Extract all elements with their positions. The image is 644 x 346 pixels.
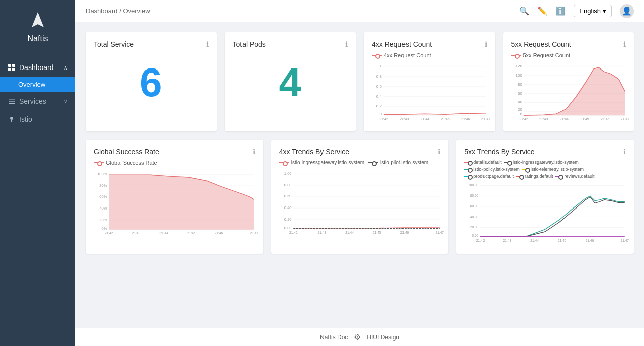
global-success-chart: 100% 80% 60% 40% 20% 0% — [94, 169, 255, 237]
total-pods-info-icon[interactable]: ℹ — [345, 40, 348, 48]
svg-text:20: 20 — [518, 107, 522, 112]
svg-text:100%: 100% — [97, 172, 107, 176]
language-label: English — [579, 7, 601, 15]
sidebar-item-istio[interactable]: Istio — [0, 110, 75, 128]
svg-text:21:45: 21:45 — [441, 117, 450, 121]
svg-text:21:45: 21:45 — [187, 231, 196, 235]
trends-5xx-dot5 — [464, 176, 471, 177]
footer-doc[interactable]: Naftis Doc — [320, 334, 348, 341]
svg-text:21:46: 21:46 — [461, 117, 470, 121]
grid-icon — [8, 64, 15, 71]
istio-label: Istio — [19, 115, 32, 123]
services-chevron: ∨ — [64, 99, 67, 104]
svg-text:0.40: 0.40 — [284, 205, 292, 210]
trends-5xx-dot7 — [555, 176, 562, 177]
github-icon[interactable]: ⚙ — [354, 332, 361, 342]
svg-text:0%: 0% — [102, 226, 107, 231]
trends-5xx-dot2 — [504, 162, 511, 163]
svg-text:21:44: 21:44 — [159, 231, 168, 235]
svg-rect-7 — [9, 103, 15, 104]
svg-text:80.00: 80.00 — [470, 194, 479, 197]
svg-text:21:47: 21:47 — [250, 231, 259, 235]
total-pods-value: 4 — [233, 52, 348, 113]
sidebar-item-overview[interactable]: Overview — [0, 77, 75, 92]
footer-design[interactable]: HIUI Design — [367, 334, 399, 341]
svg-text:21:43: 21:43 — [539, 117, 548, 121]
svg-text:40.00: 40.00 — [470, 215, 479, 219]
trends-4xx-legend-dot1 — [279, 162, 289, 163]
total-service-info-icon[interactable]: ℹ — [206, 40, 209, 48]
global-success-legend-label: Global Success Rate — [106, 160, 157, 166]
trends-5xx-info-icon[interactable]: ℹ — [623, 148, 626, 156]
trends-4xx-info-icon[interactable]: ℹ — [438, 148, 440, 156]
svg-text:0: 0 — [520, 112, 522, 116]
svg-text:1.00: 1.00 — [284, 171, 292, 176]
info-icon[interactable]: ℹ️ — [555, 6, 566, 16]
trends-5xx-chart: 100.00 80.00 60.00 40.00 20.00 0.00 — [464, 182, 626, 246]
trends-5xx-dot3 — [464, 169, 471, 170]
edit-icon[interactable]: ✏️ — [537, 6, 547, 16]
svg-text:60: 60 — [518, 91, 522, 96]
svg-text:21:47: 21:47 — [621, 239, 629, 242]
svg-text:21:46: 21:46 — [601, 117, 610, 121]
svg-point-8 — [10, 117, 13, 120]
services-label: Services — [19, 97, 46, 105]
total-service-value: 6 — [94, 52, 209, 113]
language-selector[interactable]: English ▾ — [574, 5, 612, 17]
svg-text:20.00: 20.00 — [470, 226, 479, 229]
req-4xx-card: 4xx Request Count ℹ 4xx Request Count 1 … — [364, 32, 495, 131]
svg-rect-2 — [12, 64, 15, 67]
svg-text:21:42: 21:42 — [105, 231, 113, 235]
req-5xx-title: 5xx Request Count — [511, 40, 571, 48]
trends-4xx-legend: istio-ingressgateway.istio-system istio-… — [279, 160, 441, 165]
bottom-cards-row: Global Success Rate ℹ Global Success Rat… — [86, 140, 634, 254]
svg-text:21:42: 21:42 — [476, 239, 485, 242]
svg-text:21:45: 21:45 — [558, 239, 567, 242]
trends-5xx-l7: reviews.default — [564, 174, 594, 179]
global-success-legend: Global Success Rate — [94, 160, 255, 166]
req-5xx-legend-label: 5xx Request Count — [523, 52, 571, 58]
sidebar: Naftis Dashboard ∧ Overview S — [0, 0, 75, 346]
total-service-card: Total Service ℹ 6 — [86, 32, 217, 131]
language-chevron-icon: ▾ — [603, 7, 606, 15]
svg-text:21:43: 21:43 — [132, 231, 141, 235]
main-content: Dashboard / Overview 🔍 ✏️ ℹ️ English ▾ 👤… — [75, 0, 644, 346]
pin-icon — [8, 116, 15, 123]
top-cards-row: Total Service ℹ 6 Total Pods ℹ 4 4xx Req… — [86, 32, 634, 131]
svg-text:21:47: 21:47 — [481, 117, 491, 121]
svg-text:21:42: 21:42 — [379, 117, 388, 121]
req-5xx-info-icon[interactable]: ℹ — [623, 40, 626, 48]
svg-text:100.00: 100.00 — [468, 184, 479, 187]
req-5xx-legend-dot — [511, 55, 521, 56]
dashboard-label: Dashboard — [19, 63, 54, 72]
svg-text:21:44: 21:44 — [559, 117, 569, 121]
global-success-info-icon[interactable]: ℹ — [253, 148, 255, 156]
req-4xx-info-icon[interactable]: ℹ — [485, 40, 487, 48]
app-name: Naftis — [28, 34, 48, 43]
search-icon[interactable]: 🔍 — [519, 6, 529, 16]
svg-rect-4 — [12, 68, 15, 71]
svg-text:21:44: 21:44 — [531, 239, 539, 242]
sidebar-navigation: Dashboard ∧ Overview Services ∨ — [0, 58, 75, 128]
naftis-logo-icon — [28, 10, 48, 30]
total-pods-card: Total Pods ℹ 4 — [225, 32, 356, 131]
header-actions: 🔍 ✏️ ℹ️ English ▾ 👤 — [519, 4, 634, 18]
total-pods-title: Total Pods — [233, 40, 266, 48]
svg-text:21:44: 21:44 — [345, 231, 354, 234]
req-5xx-chart: 120 100 80 60 40 20 0 — [511, 61, 626, 123]
svg-text:40: 40 — [518, 100, 522, 104]
overview-label: Overview — [18, 81, 45, 88]
trends-4xx-svg: 1.00 0.80 0.60 0.40 0.20 0.00 — [279, 168, 441, 235]
svg-marker-42 — [523, 67, 625, 115]
trends-5xx-l3: istio-policy.istio-system — [473, 167, 519, 172]
req-4xx-svg: 1 0.8 0.6 0.4 0.2 0 — [372, 61, 487, 121]
svg-text:20%: 20% — [99, 218, 107, 222]
sidebar-item-services[interactable]: Services ∨ — [0, 92, 75, 110]
sidebar-item-dashboard[interactable]: Dashboard ∧ — [0, 58, 75, 77]
user-avatar[interactable]: 👤 — [620, 4, 634, 18]
global-success-svg: 100% 80% 60% 40% 20% 0% — [94, 169, 255, 235]
svg-text:21:46: 21:46 — [215, 231, 223, 235]
svg-text:0.60: 0.60 — [284, 194, 292, 199]
trends-5xx-card: 5xx Trends By Service ℹ details.default … — [456, 140, 634, 254]
sidebar-logo: Naftis — [28, 10, 48, 43]
